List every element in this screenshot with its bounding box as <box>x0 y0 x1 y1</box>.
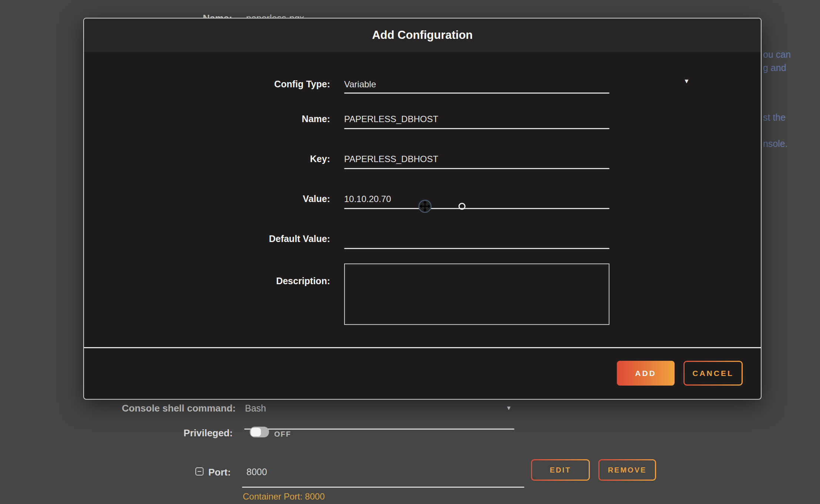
value-input[interactable]: 10.10.20.70 <box>344 194 609 204</box>
help-text-fragment: nsole. <box>763 138 788 149</box>
value-label: Value: <box>182 194 330 204</box>
toggle-knob <box>251 428 261 436</box>
help-text-fragment: g and <box>763 63 786 73</box>
port-field-underline <box>242 487 524 488</box>
container-port-hint: Container Port: 8000 <box>243 491 325 502</box>
collapse-section-icon[interactable] <box>195 467 204 476</box>
port-value: 8000 <box>246 467 267 477</box>
value-underline <box>344 208 609 209</box>
edit-port-button[interactable]: EDIT <box>531 459 590 481</box>
privileged-toggle[interactable] <box>250 427 269 437</box>
name-label: Name: <box>182 114 330 124</box>
description-textarea[interactable] <box>344 263 609 325</box>
name-underline <box>344 128 609 129</box>
name-input[interactable]: PAPERLESS_DBHOST <box>344 114 609 124</box>
config-type-label: Config Type: <box>182 79 330 90</box>
dialog-title: Add Configuration <box>372 28 473 42</box>
default-value-underline <box>344 248 609 249</box>
help-text-fragment: ou can <box>763 49 791 60</box>
key-label: Key: <box>182 154 330 164</box>
move-cursor-icon <box>418 199 432 213</box>
privileged-label: Privileged: <box>85 427 233 439</box>
key-input[interactable]: PAPERLESS_DBHOST <box>344 154 609 164</box>
remove-port-button[interactable]: REMOVE <box>598 459 656 481</box>
config-type-select[interactable]: Variable <box>344 79 609 90</box>
privileged-state-text: OFF <box>274 430 291 439</box>
chevron-down-icon[interactable]: ▼ <box>506 405 512 411</box>
console-field-underline <box>244 429 514 430</box>
cancel-button[interactable]: CANCEL <box>683 361 743 386</box>
console-shell-command-select[interactable]: Bash <box>245 403 266 414</box>
port-label: Port: <box>208 467 231 478</box>
dialog-header: Add Configuration <box>84 19 761 52</box>
default-value-label: Default Value: <box>182 233 330 244</box>
config-type-underline <box>344 93 609 94</box>
console-shell-command-label: Console shell command: <box>88 403 236 414</box>
circle-cursor-icon <box>458 203 466 210</box>
dialog-footer-divider <box>84 347 761 348</box>
add-button[interactable]: ADD <box>617 361 675 386</box>
key-underline <box>344 168 609 169</box>
help-text-fragment: st the <box>763 112 786 123</box>
chevron-down-icon[interactable]: ▼ <box>683 78 690 85</box>
description-label: Description: <box>182 276 330 286</box>
